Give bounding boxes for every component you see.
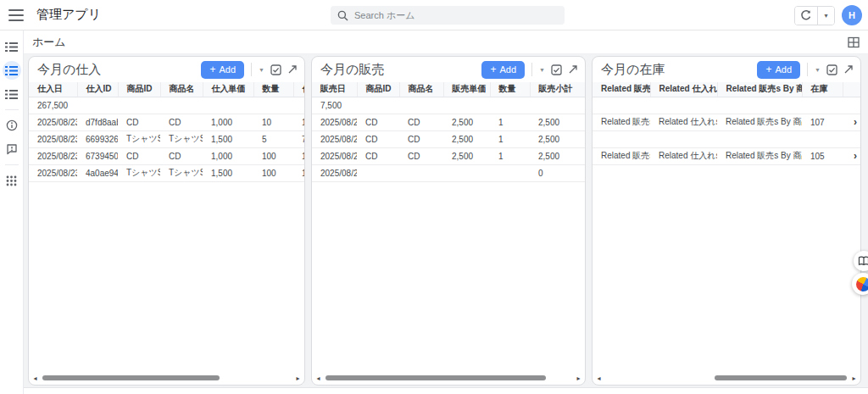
- column-header[interactable]: 販売小計: [530, 82, 586, 97]
- sidebar-apps-button[interactable]: [3, 171, 21, 190]
- expand-icon[interactable]: [843, 64, 854, 75]
- cell: 2,500: [443, 114, 490, 130]
- app-title: 管理アプリ: [36, 7, 101, 23]
- chevron-right-icon[interactable]: ›: [843, 114, 860, 130]
- table-row[interactable]: 2025/08/2366993265TシャツSTシャツS1,50057,500: [29, 130, 305, 147]
- app-logo-icon: [856, 277, 868, 291]
- table-row[interactable]: 2025/08/23CDCD2,50012,500: [312, 147, 586, 164]
- table-row[interactable]: 2025/08/234a0ae947TシャツSTシャツS1,500100150,…: [29, 164, 305, 181]
- summary-value: 7,500: [312, 97, 586, 114]
- scroll-right-icon[interactable]: ▸: [850, 375, 858, 382]
- page-scrollbar-track[interactable]: [24, 387, 868, 394]
- table-row[interactable]: [593, 130, 860, 147]
- scroll-left-icon[interactable]: ◂: [314, 375, 322, 382]
- sidebar-view-icon-1[interactable]: [3, 37, 21, 56]
- cell: 2025/08/23: [312, 164, 357, 181]
- search-input[interactable]: [354, 10, 558, 20]
- docs-chip[interactable]: [854, 251, 868, 271]
- cell: [593, 130, 650, 147]
- view-options-button[interactable]: [848, 36, 860, 48]
- filter-icon[interactable]: ▼: [815, 67, 821, 73]
- select-rows-icon[interactable]: [270, 64, 281, 75]
- filter-icon[interactable]: ▼: [259, 67, 264, 73]
- sync-dropdown-caret[interactable]: ▾: [818, 7, 834, 25]
- cell: 150,000: [293, 164, 305, 181]
- cell: 4a0ae947: [77, 164, 118, 181]
- summary-row: [593, 97, 860, 114]
- cell: 2,500: [443, 130, 490, 147]
- column-header[interactable]: 仕入小計: [293, 82, 305, 97]
- scrollbar-track[interactable]: [604, 374, 849, 383]
- sync-button[interactable]: [795, 7, 818, 25]
- cell: [717, 130, 802, 147]
- column-header[interactable]: 商品名: [399, 82, 443, 97]
- cell: 100,000: [293, 147, 305, 164]
- column-header[interactable]: 数量: [253, 82, 293, 97]
- add-button[interactable]: +Add: [481, 61, 525, 79]
- column-header[interactable]: 販売単価: [443, 82, 490, 97]
- cell: 1: [490, 114, 530, 130]
- sidebar-feedback-button[interactable]: [3, 140, 21, 158]
- table-row[interactable]: 2025/08/23CDCD2,50012,500: [312, 130, 586, 147]
- hamburger-menu-icon[interactable]: [8, 9, 24, 21]
- table-row[interactable]: 2025/08/230: [312, 164, 586, 181]
- table-row[interactable]: 2025/08/236739450fCDCD1,000100100,000: [29, 147, 305, 164]
- add-button[interactable]: +Add: [201, 61, 244, 79]
- expand-icon[interactable]: [568, 64, 578, 75]
- scrollbar-thumb[interactable]: [715, 375, 848, 380]
- scrollbar-track[interactable]: [323, 374, 574, 383]
- dashboard-content: 今月の仕入 +Add ▼: [24, 54, 868, 387]
- scrollbar-track[interactable]: [40, 374, 293, 383]
- cell: 2,500: [443, 147, 490, 164]
- apps-grid-icon: [6, 175, 17, 186]
- user-avatar[interactable]: H: [842, 5, 862, 25]
- cell: d7fd8aab: [77, 114, 118, 130]
- select-rows-icon[interactable]: [551, 64, 562, 75]
- table-row[interactable]: Related 販売s (0)Related 仕入れs (2)Related 販…: [593, 147, 860, 164]
- cell: CD: [399, 130, 443, 147]
- horizontal-scrollbar[interactable]: ◂ ▸: [31, 374, 302, 383]
- table-row[interactable]: 2025/08/23d7fd8aabCDCD1,0001010,000: [29, 114, 305, 130]
- horizontal-scrollbar[interactable]: ◂ ▸: [314, 374, 582, 383]
- expand-icon[interactable]: [287, 64, 298, 75]
- panel-title-inventory: 今月の在庫: [601, 62, 665, 78]
- column-header[interactable]: Related 販売s: [593, 82, 650, 97]
- column-header[interactable]: 在庫: [802, 82, 843, 97]
- column-header[interactable]: Related 仕入れs: [650, 82, 717, 97]
- column-header[interactable]: 販売日: [312, 82, 357, 97]
- filter-icon[interactable]: ▼: [539, 67, 545, 73]
- cell: CD: [118, 147, 160, 164]
- column-header[interactable]: 仕入日: [29, 82, 77, 97]
- horizontal-scrollbar[interactable]: ◂ ▸: [595, 374, 858, 383]
- sidebar-view-icon-3[interactable]: [3, 85, 21, 103]
- toolbar-divider: [531, 63, 532, 76]
- add-button[interactable]: +Add: [757, 61, 800, 79]
- scroll-left-icon[interactable]: ◂: [595, 375, 603, 382]
- column-header[interactable]: 仕入単価: [203, 82, 253, 97]
- column-header[interactable]: 仕入ID: [77, 82, 118, 97]
- search-bar[interactable]: [331, 6, 565, 25]
- column-header[interactable]: Related 販売s By 商品名: [717, 82, 802, 97]
- scroll-right-icon[interactable]: ▸: [294, 375, 302, 382]
- scrollbar-thumb[interactable]: [326, 375, 546, 380]
- column-header[interactable]: 商品ID: [357, 82, 399, 97]
- sidebar-view-icon-active[interactable]: [3, 61, 21, 80]
- column-header[interactable]: 商品ID: [118, 82, 160, 97]
- cell: 1,000: [203, 147, 253, 164]
- select-rows-icon[interactable]: [826, 64, 837, 75]
- app-logo-chip[interactable]: [852, 273, 868, 295]
- scrollbar-thumb[interactable]: [42, 375, 220, 380]
- table-row[interactable]: Related 販売s (3)Related 仕入れs (2)Related 販…: [593, 114, 860, 130]
- scroll-right-icon[interactable]: ▸: [575, 375, 582, 382]
- sidebar-info-button[interactable]: [3, 116, 21, 135]
- sync-split-button: ▾: [794, 6, 835, 25]
- caret-down-icon: ▾: [824, 12, 827, 19]
- chevron-right-icon[interactable]: ›: [843, 147, 860, 164]
- column-header[interactable]: 商品名: [160, 82, 203, 97]
- table-row[interactable]: 2025/08/23CDCD2,50012,500: [312, 114, 586, 130]
- scroll-left-icon[interactable]: ◂: [31, 375, 39, 382]
- cell: TシャツS: [118, 130, 160, 147]
- column-header[interactable]: 数量: [490, 82, 530, 97]
- info-icon: [6, 119, 18, 131]
- purchases-table: 仕入日 仕入ID 商品ID 商品名 仕入単価 数量 仕入小計 267,500 2…: [29, 82, 305, 182]
